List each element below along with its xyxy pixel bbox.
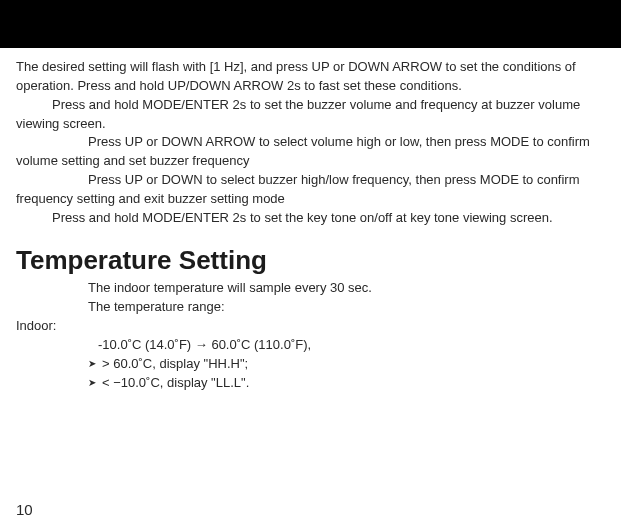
temp-range-value: -10.0˚C (14.0˚F) → 60.0˚C (110.0˚F), [98,336,605,355]
paragraph-flash-setting: The desired setting will flash with [1 H… [16,58,605,96]
paragraph-frequency-select: Press UP or DOWN to select buzzer high/l… [16,171,605,209]
paragraph-buzzer-volume: Press and hold MODE/ENTER 2s to set the … [16,96,605,134]
temp-sample-line: The indoor temperature will sample every… [16,279,605,298]
page-number: 10 [16,501,33,518]
temp-over-range: ➤ > 60.0˚C, display "HH.H"; [88,355,605,374]
bullet-icon: ➤ [88,376,96,391]
temp-under-range: ➤ < −10.0˚C, display "LL.L". [88,374,605,393]
section-heading-temperature: Temperature Setting [16,242,605,280]
indoor-label: Indoor: [16,317,605,336]
page-content: The desired setting will flash with [1 H… [0,48,621,392]
temp-range-label: The temperature range: [16,298,605,317]
bullet-icon: ➤ [88,357,96,372]
temp-over-text: > 60.0˚C, display "HH.H"; [102,355,248,374]
paragraph-volume-select: Press UP or DOWN ARROW to select volume … [16,133,605,171]
temp-under-text: < −10.0˚C, display "LL.L". [102,374,249,393]
page-area: The desired setting will flash with [1 H… [0,48,621,532]
paragraph-key-tone: Press and hold MODE/ENTER 2s to set the … [16,209,605,228]
